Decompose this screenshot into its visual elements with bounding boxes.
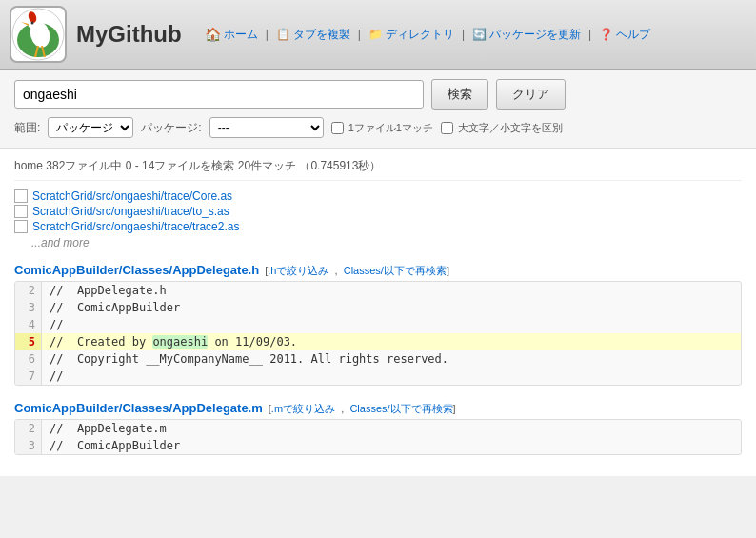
code-file-link[interactable]: ComicAppBuilder/Classes/AppDelegate.m — [14, 401, 263, 415]
app-logo — [10, 6, 67, 63]
results-area: home 382ファイル中 0 - 14ファイルを検索 20件マッチ （0.74… — [0, 149, 756, 476]
app-title: MyGithub — [76, 21, 182, 48]
file-list: ScratchGrid/src/ongaeshi/trace/Core.as S… — [14, 189, 742, 253]
svg-point-6 — [31, 22, 34, 25]
results-summary: home 382ファイル中 0 - 14ファイルを検索 20件マッチ （0.74… — [14, 149, 742, 181]
search-input[interactable] — [14, 80, 424, 109]
nav-copy-tab[interactable]: 📋 タブを複製 — [272, 25, 354, 45]
code-line: 3 // ComicAppBuilder — [15, 299, 741, 316]
case-sensitive-checkbox[interactable] — [441, 122, 453, 134]
filter-ext-link[interactable]: .hで絞り込み — [268, 265, 328, 276]
package-select[interactable]: --- — [209, 117, 324, 138]
search-row: 検索 クリア — [14, 79, 742, 110]
file-link[interactable]: ScratchGrid/src/ongaeshi/trace/to_s.as — [32, 205, 229, 218]
logo-icon — [11, 8, 65, 61]
code-filter-links: [.mで絞り込み , Classes/以下で再検索] — [269, 402, 456, 416]
code-file-link[interactable]: ComicAppBuilder/Classes/AppDelegate.h — [14, 263, 259, 277]
code-line: 3 // ComicAppBuilder — [15, 437, 741, 454]
update-icon: 🔄 — [472, 28, 487, 41]
file-icon — [14, 189, 28, 203]
code-result: ComicAppBuilder/Classes/AppDelegate.h [.… — [14, 259, 742, 386]
nav-home[interactable]: 🏠 ホーム — [201, 25, 262, 45]
code-line: 7 // — [15, 368, 741, 385]
nav-update-package[interactable]: 🔄 パッケージを更新 — [468, 25, 585, 45]
nav-bar: 🏠 ホーム | 📋 タブを複製 | 📁 ディレクトリ | 🔄 パッケージを更新 … — [201, 25, 655, 45]
code-line: 6 // Copyright __MyCompanyName__ 2011. A… — [15, 350, 741, 368]
code-line-highlight: 5 // Created by ongaeshi on 11/09/03. — [15, 333, 741, 350]
list-item: ScratchGrid/src/ongaeshi/trace/to_s.as — [14, 204, 742, 219]
scope-select[interactable]: パッケージ — [48, 117, 133, 138]
filter-ext-link[interactable]: .mで絞り込み — [271, 403, 335, 414]
scope-label: 範囲: — [14, 120, 40, 136]
file-link[interactable]: ScratchGrid/src/ongaeshi/trace/trace2.as — [32, 220, 239, 233]
code-result: ComicAppBuilder/Classes/AppDelegate.m [.… — [14, 397, 742, 455]
nav-help[interactable]: ❓ ヘルプ — [595, 25, 654, 45]
filter-dir-link[interactable]: Classes/以下で再検索 — [349, 403, 452, 414]
home-icon: 🏠 — [205, 27, 221, 42]
package-label: パッケージ: — [141, 120, 201, 136]
directory-icon: 📁 — [368, 28, 383, 41]
code-filter-links: [.hで絞り込み , Classes/以下で再検索] — [265, 264, 449, 278]
list-item: ScratchGrid/src/ongaeshi/trace/Core.as — [14, 189, 742, 204]
search-button[interactable]: 検索 — [431, 79, 488, 110]
one-file-match-label[interactable]: 1ファイル1マッチ — [331, 121, 433, 135]
and-more: ...and more — [14, 234, 742, 253]
help-icon: ❓ — [599, 28, 613, 41]
header: MyGithub 🏠 ホーム | 📋 タブを複製 | 📁 ディレクトリ | 🔄 … — [0, 0, 756, 70]
file-icon — [14, 220, 28, 233]
file-icon — [14, 205, 28, 218]
search-area: 検索 クリア 範囲: パッケージ パッケージ: --- 1ファイル1マッチ 大文… — [0, 70, 756, 149]
list-item: ScratchGrid/src/ongaeshi/trace/trace2.as — [14, 219, 742, 234]
file-link[interactable]: ScratchGrid/src/ongaeshi/trace/Core.as — [32, 189, 232, 203]
code-result-header: ComicAppBuilder/Classes/AppDelegate.m [.… — [14, 397, 742, 419]
nav-directory[interactable]: 📁 ディレクトリ — [365, 25, 458, 45]
code-line: 2 // AppDelegate.h — [15, 282, 741, 299]
clear-button[interactable]: クリア — [496, 79, 566, 110]
code-line: 4 // — [15, 316, 741, 333]
code-block: 2 // AppDelegate.m 3 // ComicAppBuilder — [14, 419, 742, 455]
code-result-header: ComicAppBuilder/Classes/AppDelegate.h [.… — [14, 259, 742, 281]
copy-tab-icon: 📋 — [276, 28, 290, 41]
case-sensitive-label[interactable]: 大文字／小文字を区別 — [441, 121, 563, 135]
filter-row: 範囲: パッケージ パッケージ: --- 1ファイル1マッチ 大文字／小文字を区… — [14, 117, 742, 138]
code-block: 2 // AppDelegate.h 3 // ComicAppBuilder … — [14, 281, 742, 386]
one-file-match-checkbox[interactable] — [331, 122, 344, 134]
code-line: 2 // AppDelegate.m — [15, 420, 741, 437]
filter-dir-link[interactable]: Classes/以下で再検索 — [344, 265, 447, 276]
